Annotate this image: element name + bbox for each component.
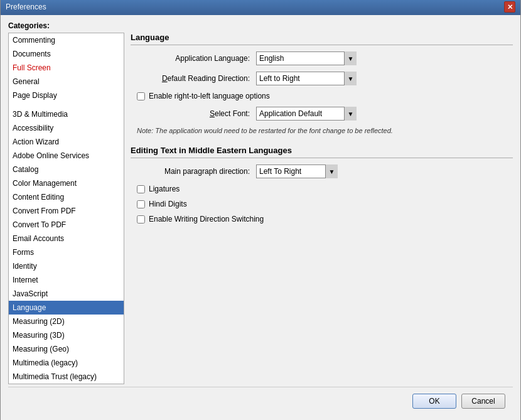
main-content: CommentingDocumentsFull ScreenGeneralPag…: [8, 33, 513, 384]
preferences-dialog: Preferences ✕ Categories: CommentingDocu…: [0, 0, 521, 420]
sidebar-item-convert-from-pdf[interactable]: Convert From PDF: [9, 204, 124, 218]
bottom-bar: OK Cancel: [8, 387, 513, 414]
app-language-select-wrapper: EnglishFrenchGermanSpanishJapanese ▼: [256, 51, 357, 65]
hindi-digits-row: Hindi Digits: [131, 200, 513, 208]
sidebar-item-identity[interactable]: Identity: [9, 259, 124, 273]
sidebar-item-documents[interactable]: Documents: [9, 47, 124, 61]
app-language-label: Application Language:: [131, 54, 256, 63]
ligatures-checkbox[interactable]: [137, 185, 145, 193]
sidebar-item-forms[interactable]: Forms: [9, 245, 124, 259]
app-language-row: Application Language: EnglishFrenchGerma…: [131, 51, 513, 65]
sidebar-item-commenting[interactable]: Commenting: [9, 33, 124, 47]
sidebar-item-language[interactable]: Language: [9, 301, 124, 315]
sidebar-item-action-wizard[interactable]: Action Wizard: [9, 135, 124, 149]
sidebar-item-content-editing[interactable]: Content Editing: [9, 190, 124, 204]
sidebar-item-convert-to-pdf[interactable]: Convert To PDF: [9, 218, 124, 232]
right-panel: Language Application Language: EnglishFr…: [131, 33, 513, 384]
sidebar-item-page-display[interactable]: Page Display: [9, 89, 124, 102]
reading-dir-row: Default Reading Direction: Left to Right…: [131, 72, 513, 85]
sidebar-item-javascript[interactable]: JavaScript: [9, 287, 124, 301]
main-para-select-wrapper: Left To RightRight To Left ▼: [256, 164, 338, 178]
sidebar-item-measuring-3d[interactable]: Measuring (3D): [9, 328, 124, 342]
close-button[interactable]: ✕: [504, 1, 515, 13]
select-font-row: Select Font: Application DefaultArialTim…: [131, 107, 513, 121]
reading-dir-label: Default Reading Direction:: [131, 74, 256, 83]
main-para-row: Main paragraph direction: Left To RightR…: [131, 164, 513, 178]
main-para-label: Main paragraph direction:: [131, 167, 256, 176]
main-para-select[interactable]: Left To RightRight To Left: [256, 164, 338, 178]
sidebar-item-measuring-geo[interactable]: Measuring (Geo): [9, 342, 124, 356]
sidebar-item-internet[interactable]: Internet: [9, 273, 124, 287]
sidebar-item-multimedia-trust-legacy[interactable]: Multimedia Trust (legacy): [9, 370, 124, 384]
font-select[interactable]: Application DefaultArialTimes New Roman: [256, 107, 357, 121]
sidebar-item-email-accounts[interactable]: Email Accounts: [9, 232, 124, 245]
font-note: Note: The application would need to be r…: [131, 127, 513, 134]
left-panel: CommentingDocumentsFull ScreenGeneralPag…: [8, 33, 124, 384]
cancel-button[interactable]: Cancel: [461, 394, 505, 409]
reading-dir-select-wrapper: Left to RightRight to Left ▼: [256, 72, 357, 85]
ligatures-label: Ligatures: [149, 185, 180, 193]
categories-label: Categories:: [8, 21, 513, 30]
sidebar-item-adobe-online-services[interactable]: Adobe Online Services: [9, 149, 124, 163]
hindi-digits-label: Hindi Digits: [149, 200, 187, 208]
dialog-body: Categories: CommentingDocumentsFull Scre…: [1, 15, 520, 420]
categories-list-container: CommentingDocumentsFull ScreenGeneralPag…: [8, 33, 124, 384]
writing-dir-checkbox[interactable]: [137, 215, 145, 223]
ligatures-row: Ligatures: [131, 185, 513, 193]
sidebar-item-accessibility[interactable]: Accessibility: [9, 121, 124, 135]
rtl-checkbox[interactable]: [137, 92, 145, 100]
reading-dir-select[interactable]: Left to RightRight to Left: [256, 72, 357, 85]
font-select-wrapper: Application DefaultArialTimes New Roman …: [256, 107, 357, 121]
app-language-select[interactable]: EnglishFrenchGermanSpanishJapanese: [256, 51, 357, 65]
sidebar-item-catalog[interactable]: Catalog: [9, 163, 124, 176]
sidebar-item-color-management[interactable]: Color Management: [9, 176, 124, 190]
sidebar-item-general[interactable]: General: [9, 75, 124, 89]
writing-dir-label: Enable Writing Direction Switching: [149, 215, 264, 223]
dialog-title: Preferences: [6, 3, 46, 11]
language-section-title: Language: [131, 33, 513, 45]
categories-list[interactable]: CommentingDocumentsFull ScreenGeneralPag…: [9, 33, 124, 384]
titlebar: Preferences ✕: [1, 0, 520, 15]
hindi-digits-checkbox[interactable]: [137, 200, 145, 208]
sidebar-item-3d--multimedia[interactable]: 3D & Multimedia: [9, 107, 124, 121]
ok-button[interactable]: OK: [412, 394, 456, 409]
sidebar-item-measuring-2d[interactable]: Measuring (2D): [9, 315, 124, 328]
writing-dir-row: Enable Writing Direction Switching: [131, 215, 513, 223]
middle-eastern-section-title: Editing Text in Middle Eastern Languages: [131, 146, 513, 158]
select-font-label: Select Font:: [131, 109, 256, 118]
sidebar-item-full-screen[interactable]: Full Screen: [9, 61, 124, 75]
sidebar-item-multimedia-legacy[interactable]: Multimedia (legacy): [9, 356, 124, 370]
rtl-checkbox-label: Enable right-to-left language options: [149, 92, 270, 100]
rtl-checkbox-row: Enable right-to-left language options: [131, 92, 513, 100]
